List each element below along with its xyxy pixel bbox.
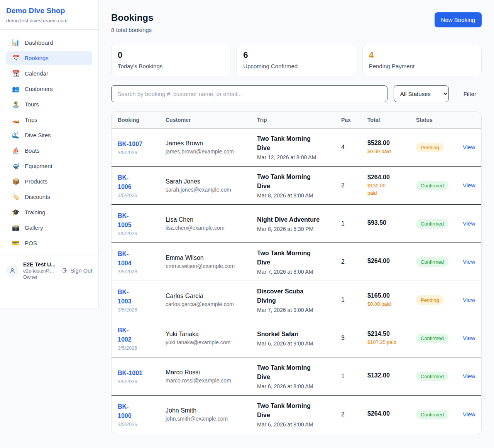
customer-name: Sarah Jones — [166, 178, 245, 185]
total-amount: $264.00 — [367, 174, 404, 181]
booking-id-link[interactable]: BK- 1005 — [118, 211, 153, 230]
sign-out-label: Sign Out — [71, 268, 92, 274]
pax-count: 2 — [341, 258, 345, 265]
view-link[interactable]: View — [463, 144, 475, 150]
booking-id-link[interactable]: BK- 1006 — [118, 173, 153, 192]
nav-item-label: POS — [25, 239, 37, 247]
status-badge: Confirmed — [416, 219, 448, 229]
booking-date: 3/5/2026 — [118, 192, 153, 198]
booking-id-link[interactable]: BK-1001 — [118, 369, 153, 378]
customer-email: sarah.jones@example.com — [166, 187, 245, 193]
booking-date: 3/5/2026 — [118, 269, 153, 275]
nav-item-icon: 📅 — [12, 54, 20, 62]
sidebar-item[interactable]: 🏷️ Discounts — [6, 190, 92, 204]
booking-id-link[interactable]: BK- 1002 — [118, 326, 153, 344]
filter-button[interactable]: Filter — [458, 88, 482, 100]
stat-label: Upcoming Confirmed — [243, 63, 349, 69]
sidebar-item[interactable]: 🌊 Dive Sites — [6, 128, 92, 142]
sidebar-item[interactable]: 🏝️ Tours — [6, 98, 92, 111]
nav-item-label: Equipment — [25, 162, 52, 170]
nav-item-icon: 💳 — [12, 239, 20, 247]
pax-count: 2 — [341, 411, 345, 418]
customer-name: Marco Rossi — [166, 369, 245, 376]
view-link[interactable]: View — [463, 411, 475, 418]
logout-icon — [62, 268, 68, 274]
total-amount: $165.00 — [367, 292, 404, 299]
new-booking-button[interactable]: New Booking — [435, 12, 482, 27]
total-amount: $214.50 — [367, 330, 404, 337]
stat-value: 4 — [369, 50, 475, 60]
trip-datetime: Mar 6, 2026 at 8:00 AM — [257, 383, 329, 389]
total-bookings-count: 8 total bookings — [111, 27, 153, 33]
table-row: BK- 1005 3/5/2026 Lisa Chen lisa.chen@ex… — [112, 205, 481, 243]
customer-email: yuki.tanaka@example.com — [166, 339, 245, 345]
nav-item-label: Trips — [25, 116, 37, 124]
person-icon — [9, 268, 15, 274]
sidebar-item[interactable]: 💳 POS — [6, 236, 92, 250]
view-link[interactable]: View — [463, 220, 475, 227]
view-link[interactable]: View — [463, 296, 475, 303]
nav-item-icon: 🤿 — [12, 162, 20, 170]
trip-name: Two Tank Morning Dive — [257, 363, 329, 382]
sidebar-item[interactable]: 🚤 Trips — [6, 113, 92, 127]
nav-item-icon: 🏝️ — [12, 101, 20, 108]
customer-name: James Brown — [166, 140, 245, 147]
nav-item-label: Gallery — [25, 224, 43, 232]
view-link[interactable]: View — [463, 373, 475, 379]
sidebar-item[interactable]: 🤿 Equipment — [6, 159, 92, 173]
trip-datetime: Mar 6, 2026 at 8:00 AM — [257, 421, 329, 428]
sidebar-item[interactable]: 📊 Dashboard — [6, 36, 92, 50]
table-row: BK-1001 3/5/2026 Marco Rossi marco.rossi… — [112, 357, 481, 396]
sidebar-item[interactable]: 📸 Gallery — [6, 221, 92, 235]
booking-id-link[interactable]: BK- 1003 — [118, 288, 153, 306]
view-link[interactable]: View — [463, 335, 475, 341]
booking-id-link[interactable]: BK- 1004 — [118, 249, 153, 268]
stat-label: Pending Payment — [369, 63, 475, 69]
customer-email: marco.rossi@example.com — [166, 377, 245, 384]
view-link[interactable]: View — [463, 258, 475, 265]
stat-card-upcoming-confirmed: 6 Upcoming Confirmed — [237, 44, 356, 76]
trip-datetime: Mar 12, 2026 at 8:00 AM — [257, 154, 329, 160]
table-header-row: Booking Customer Trip Pax Total Status — [112, 112, 481, 128]
booking-date: 3/5/2026 — [118, 307, 153, 313]
customer-email: carlos.garcia@example.com — [166, 301, 245, 307]
booking-id-link[interactable]: BK-1007 — [118, 140, 153, 149]
nav-item-label: Calendar — [25, 70, 48, 77]
main-content: Bookings 8 total bookings New Booking 0 … — [111, 0, 482, 434]
sign-out-button[interactable]: Sign Out — [62, 268, 92, 274]
nav-item-label: Customers — [25, 85, 53, 93]
table-row: BK- 1004 3/5/2026 Emma Wilson emma.wilso… — [112, 243, 481, 281]
stat-card-todays-bookings: 0 Today's Bookings — [111, 44, 230, 76]
sidebar-item[interactable]: 👥 Customers — [6, 82, 92, 96]
nav-item-icon: 📸 — [12, 224, 20, 232]
booking-date: 3/5/2026 — [118, 345, 153, 351]
status-select[interactable]: All Statuses — [394, 85, 449, 102]
customer-email: emma.wilson@example.com — [166, 263, 245, 269]
paid-amount: $0.00 paid — [367, 148, 404, 155]
sidebar-item[interactable]: 📆 Calendar — [6, 67, 92, 81]
trip-name: Two Tank Morning Dive — [257, 172, 329, 191]
paid-amount: $107.25 paid — [367, 339, 404, 346]
sidebar: Demo Dive Shop demo.test.divestreams.com… — [0, 0, 99, 308]
sidebar-item[interactable]: ⛵ Boats — [6, 144, 92, 158]
view-link[interactable]: View — [463, 182, 475, 189]
sidebar-item[interactable]: 🎓 Training — [6, 205, 92, 219]
col-actions — [457, 112, 481, 128]
nav-item-icon: 🎓 — [12, 209, 20, 216]
status-badge: Confirmed — [416, 372, 448, 381]
trip-name: Two Tank Morning Dive — [257, 249, 329, 267]
sidebar-item[interactable]: 📅 Bookings — [6, 51, 92, 65]
trip-name: Discover Scuba Diving — [257, 287, 329, 305]
page-title: Bookings — [111, 12, 153, 23]
total-amount: $93.50 — [367, 219, 404, 226]
sidebar-item[interactable]: 📦 Products — [6, 175, 92, 189]
col-pax: Pax — [335, 112, 361, 128]
booking-date: 3/5/2026 — [118, 150, 153, 155]
trip-name: Snorkel Safari — [257, 330, 329, 339]
total-amount: $264.00 — [367, 410, 404, 417]
booking-id-link[interactable]: BK- 1000 — [118, 402, 153, 421]
nav-item-icon: 🚤 — [12, 116, 20, 124]
customer-name: John Smith — [166, 407, 245, 414]
search-input[interactable] — [111, 85, 387, 102]
table-row: BK- 1003 3/5/2026 Carlos Garcia carlos.g… — [112, 281, 481, 319]
